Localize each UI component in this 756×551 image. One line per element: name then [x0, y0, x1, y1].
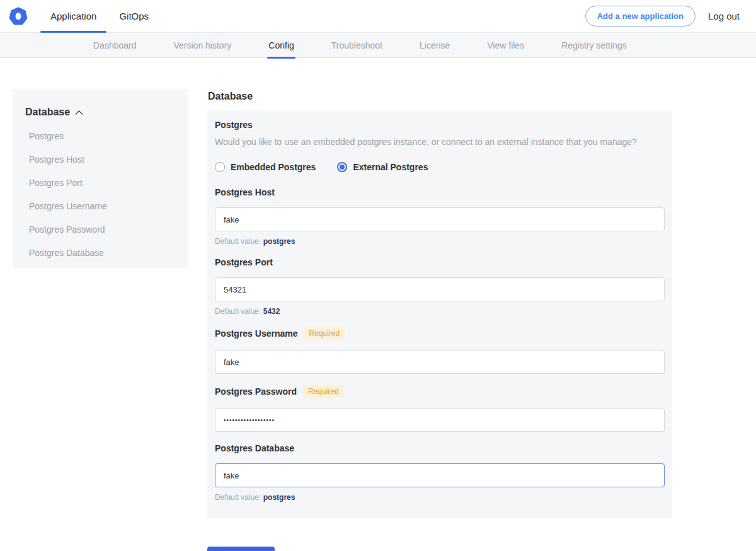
sidebar-item-postgres[interactable]: Postgres	[25, 131, 175, 141]
subnav-dashboard[interactable]: Dashboard	[93, 33, 137, 57]
default-value: 5432	[263, 307, 280, 316]
sidebar-group-database[interactable]: Database	[25, 107, 175, 118]
config-content: Database Postgres Postgres Host Postgres…	[0, 90, 756, 551]
sidebar-item-postgres-username[interactable]: Postgres Username	[25, 201, 175, 211]
default-label: Default value:	[215, 237, 261, 246]
postgres-database-default: Default value: postgres	[215, 493, 665, 502]
radio-unchecked-icon	[215, 162, 225, 172]
app-subnav: Dashboard Version history Config Trouble…	[0, 33, 756, 58]
postgres-port-default: Default value: 5432	[215, 307, 665, 316]
postgres-mode-radio-group: Embedded Postgres External Postgres	[215, 162, 665, 172]
field-label-postgres-port: Postgres Port	[215, 257, 273, 267]
section-heading-postgres: Postgres	[215, 120, 665, 130]
save-config-button[interactable]: Save config	[207, 547, 275, 551]
radio-embedded-postgres[interactable]: Embedded Postgres	[215, 162, 316, 172]
config-sidebar: Database Postgres Postgres Host Postgres…	[13, 90, 188, 268]
postgres-help-text: Would you like to use an embedded postgr…	[215, 137, 665, 147]
subnav-troubleshoot[interactable]: Troubleshoot	[331, 33, 382, 57]
required-badge: Required	[303, 385, 344, 398]
database-config-panel: Postgres Would you like to use an embedd…	[207, 110, 672, 518]
sidebar-item-postgres-password[interactable]: Postgres Password	[25, 224, 175, 235]
postgres-password-input[interactable]	[215, 408, 665, 432]
radio-checked-icon	[337, 162, 347, 172]
logout-link[interactable]: Log out	[708, 11, 740, 21]
required-badge: Required	[304, 327, 345, 340]
field-label-postgres-password: Postgres Password	[215, 386, 297, 397]
chevron-up-icon	[75, 110, 83, 115]
field-label-postgres-username: Postgres Username	[215, 328, 298, 339]
top-nav: Application GitOps Add a new application…	[0, 0, 756, 33]
default-value: postgres	[263, 237, 295, 246]
subnav-license[interactable]: License	[420, 33, 450, 57]
sidebar-group-label: Database	[25, 107, 70, 118]
field-label-postgres-database: Postgres Database	[215, 443, 294, 453]
postgres-host-input[interactable]	[215, 207, 665, 231]
subnav-version-history[interactable]: Version history	[174, 33, 232, 57]
tab-gitops-label: GitOps	[119, 11, 149, 21]
subnav-view-files[interactable]: View files	[487, 33, 524, 57]
default-value: postgres	[263, 493, 295, 502]
sidebar-item-postgres-port[interactable]: Postgres Port	[25, 178, 175, 188]
subnav-registry-settings[interactable]: Registry settings	[561, 33, 626, 57]
app-logo-icon	[6, 4, 30, 28]
tab-application-label: Application	[50, 11, 96, 21]
add-new-application-button[interactable]: Add a new application	[585, 6, 696, 26]
postgres-username-input[interactable]	[215, 350, 665, 374]
default-label: Default value:	[215, 307, 261, 316]
postgres-port-input[interactable]	[215, 277, 665, 301]
field-label-postgres-host: Postgres Host	[215, 187, 275, 197]
postgres-host-default: Default value: postgres	[215, 237, 665, 246]
postgres-database-input[interactable]	[215, 463, 665, 487]
sidebar-item-postgres-database[interactable]: Postgres Database	[25, 248, 175, 258]
tab-application[interactable]: Application	[39, 0, 108, 32]
page-title: Database	[208, 91, 672, 102]
radio-embedded-label: Embedded Postgres	[231, 162, 316, 172]
default-label: Default value:	[215, 493, 261, 502]
app-tabs: Application GitOps	[39, 0, 160, 32]
tab-gitops[interactable]: GitOps	[108, 0, 160, 32]
radio-external-label: External Postgres	[353, 162, 428, 172]
sidebar-item-postgres-host[interactable]: Postgres Host	[25, 154, 175, 165]
subnav-config[interactable]: Config	[268, 33, 294, 57]
config-main: Database Postgres Would you like to use …	[207, 90, 672, 551]
radio-external-postgres[interactable]: External Postgres	[337, 162, 428, 172]
